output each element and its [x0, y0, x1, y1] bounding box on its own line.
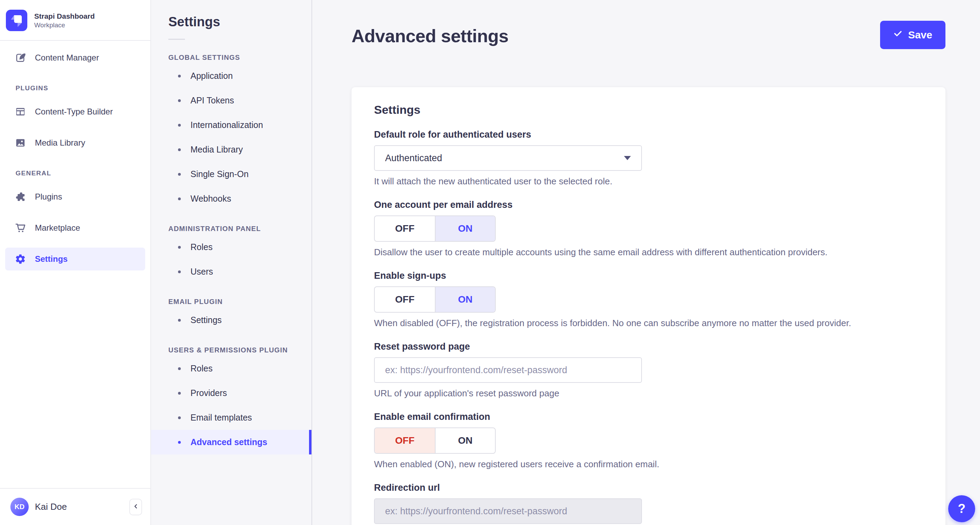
sign-ups-toggle: OFF ON [374, 286, 496, 313]
toggle-off-option[interactable]: OFF [375, 216, 435, 241]
app-root: Strapi Dashboard Workplace Content Manag… [0, 0, 980, 525]
subnav-item-providers[interactable]: Providers [151, 381, 312, 405]
gear-icon [15, 254, 26, 265]
page-header: Advanced settings Save [352, 0, 945, 49]
subnav-item-label: Internationalization [191, 120, 263, 130]
select-value: Authenticated [385, 153, 442, 164]
subnav-item-admin-roles[interactable]: Roles [151, 235, 312, 259]
field-enable-sign-ups: Enable sign-ups OFF ON When disabled (OF… [374, 270, 923, 329]
check-icon [893, 29, 902, 41]
email-confirmation-toggle: OFF ON [374, 428, 496, 454]
sidebar-item-label: Marketplace [35, 223, 80, 233]
active-indicator-bar [309, 430, 312, 455]
toggle-off-option[interactable]: OFF [375, 287, 435, 312]
bullet-icon [178, 173, 181, 176]
brand-text: Strapi Dashboard Workplace [34, 11, 95, 29]
subnav-item-advanced-settings[interactable]: Advanced settings [151, 430, 312, 455]
field-label: Reset password page [374, 341, 923, 353]
field-hint: It will attach the new authenticated use… [374, 176, 923, 187]
collapse-sidebar-button[interactable] [129, 499, 142, 515]
bullet-icon [178, 148, 181, 151]
subnav-item-label: Settings [191, 315, 221, 325]
bullet-icon [178, 367, 181, 370]
subnav-section-administration-panel: ADMINISTRATION PANEL [169, 225, 312, 233]
sidebar-item-label: Content-Type Builder [35, 107, 113, 116]
settings-subnav: Settings GLOBAL SETTINGS Application API… [151, 0, 312, 525]
shopping-cart-icon [15, 222, 26, 233]
bullet-icon [178, 124, 181, 126]
bullet-icon [178, 198, 181, 200]
brand-title: Strapi Dashboard [34, 11, 95, 21]
puzzle-icon [15, 191, 26, 202]
sidebar-item-content-type-builder[interactable]: Content-Type Builder [5, 100, 145, 123]
field-enable-email-confirmation: Enable email confirmation OFF ON When en… [374, 411, 923, 470]
sidebar-item-content-manager[interactable]: Content Manager [5, 46, 145, 69]
user-avatar[interactable]: KD [10, 498, 29, 516]
field-redirection-url: Redirection url [374, 482, 923, 524]
subnav-item-internationalization[interactable]: Internationalization [151, 113, 312, 137]
reset-password-input[interactable] [374, 357, 642, 383]
redirection-url-input [374, 498, 642, 524]
subnav-item-single-sign-on[interactable]: Single Sign-On [151, 162, 312, 187]
field-hint: When enabled (ON), new registered users … [374, 459, 923, 470]
field-label: Default role for authenticated users [374, 129, 923, 140]
subnav-item-email-settings[interactable]: Settings [151, 308, 312, 332]
sidebar-item-media-library[interactable]: Media Library [5, 131, 145, 154]
field-reset-password-page: Reset password page URL of your applicat… [374, 341, 923, 399]
subnav-section-users-permissions-plugin: USERS & PERMISSIONS PLUGIN [169, 346, 312, 354]
subnav-item-webhooks[interactable]: Webhooks [151, 187, 312, 211]
settings-card: Settings Default role for authenticated … [352, 87, 945, 525]
workspace-brand[interactable]: Strapi Dashboard Workplace [0, 0, 150, 40]
bullet-icon [178, 392, 181, 395]
subnav-item-email-templates[interactable]: Email templates [151, 405, 312, 430]
subnav-item-label: Users [191, 266, 213, 277]
chevron-down-icon [624, 156, 631, 160]
card-heading: Settings [374, 103, 923, 116]
sidebar-footer: KD Kai Doe [0, 488, 150, 525]
subnav-item-label: Webhooks [191, 194, 231, 204]
subnav-item-application[interactable]: Application [151, 64, 312, 88]
field-hint: URL of your application's reset password… [374, 388, 923, 399]
field-hint: Disallow the user to create multiple acc… [374, 247, 923, 258]
toggle-off-option[interactable]: OFF [375, 428, 435, 453]
main-sidebar: Strapi Dashboard Workplace Content Manag… [0, 0, 151, 525]
subnav-item-admin-users[interactable]: Users [151, 259, 312, 284]
user-name: Kai Doe [35, 501, 67, 512]
subnav-item-label: Application [191, 71, 233, 81]
pen-feather-icon [15, 52, 26, 63]
field-hint: When disabled (OFF), the registration pr… [374, 318, 923, 329]
field-label: One account per email address [374, 199, 923, 211]
field-default-role: Default role for authenticated users Aut… [374, 129, 923, 187]
bullet-icon [178, 246, 181, 249]
field-label: Enable email confirmation [374, 411, 923, 423]
toggle-on-option[interactable]: ON [435, 287, 495, 312]
subnav-item-label: Single Sign-On [191, 169, 248, 179]
page-title: Advanced settings [352, 26, 509, 46]
subnav-title: Settings [169, 14, 312, 30]
default-role-select[interactable]: Authenticated [374, 145, 642, 171]
bullet-icon [178, 416, 181, 419]
field-one-account-per-email: One account per email address OFF ON Dis… [374, 199, 923, 258]
sidebar-item-plugins[interactable]: Plugins [5, 185, 145, 208]
subnav-item-api-tokens[interactable]: API Tokens [151, 88, 312, 113]
layout-grid-icon [15, 106, 26, 117]
subnav-title-divider [169, 39, 185, 40]
brand-subtitle: Workplace [34, 21, 95, 29]
subnav-item-label: Media Library [191, 145, 243, 155]
toggle-on-option[interactable]: ON [435, 216, 495, 241]
sidebar-item-settings[interactable]: Settings [5, 247, 145, 270]
subnav-item-up-roles[interactable]: Roles [151, 356, 312, 381]
one-account-toggle: OFF ON [374, 215, 496, 242]
bullet-icon [178, 319, 181, 322]
save-button-label: Save [908, 29, 932, 41]
main-content: Advanced settings Save Settings Default … [312, 0, 980, 525]
subnav-item-media-library[interactable]: Media Library [151, 137, 312, 162]
sidebar-section-general: GENERAL [16, 169, 145, 177]
save-button[interactable]: Save [880, 21, 945, 49]
sidebar-item-marketplace[interactable]: Marketplace [5, 217, 145, 239]
toggle-on-option[interactable]: ON [435, 428, 495, 453]
help-button[interactable]: ? [948, 495, 975, 522]
subnav-item-label: Advanced settings [191, 437, 267, 447]
subnav-item-label: API Tokens [191, 96, 234, 105]
field-label: Enable sign-ups [374, 270, 923, 281]
